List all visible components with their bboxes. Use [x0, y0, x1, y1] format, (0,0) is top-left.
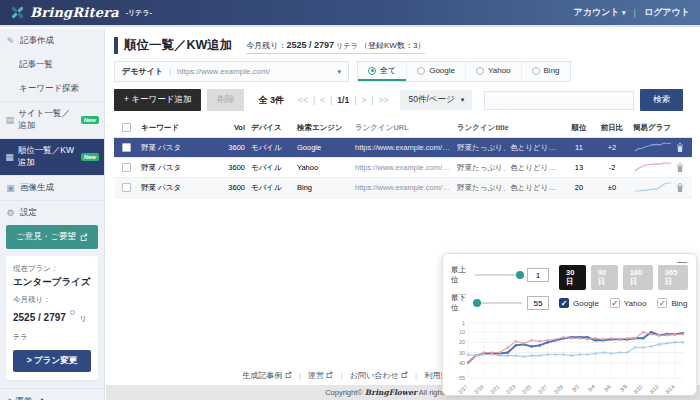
total-count: 全 3件: [258, 94, 284, 107]
trash-icon[interactable]: [676, 143, 684, 152]
row-checkbox[interactable]: [122, 143, 131, 152]
plan-remaining-value: 2525 / 2797: [13, 312, 66, 323]
top-rank-slider[interactable]: [475, 274, 522, 276]
radio-icon: [368, 67, 376, 75]
document-icon: ▤: [5, 115, 14, 125]
top-rank-input[interactable]: [527, 268, 549, 282]
plan-name: エンタープライズ: [13, 276, 91, 289]
svg-text:2/21: 2/21: [489, 383, 501, 395]
footer-link-management[interactable]: 運営: [308, 371, 333, 380]
brand-name: BringRitera: [30, 5, 119, 20]
delete-button[interactable]: 削除: [207, 89, 244, 111]
svg-text:2/25: 2/25: [521, 383, 533, 395]
svg-text:20: 20: [459, 339, 465, 345]
yahoo-checkbox[interactable]: ✓ Yahoo: [610, 298, 647, 308]
page-indicator: 1/1: [337, 95, 349, 105]
brand-suffix: -リテラ-: [126, 8, 152, 18]
pencil-icon: ✎: [5, 36, 16, 46]
sidebar-item-keyword-research[interactable]: キーワード探索: [0, 77, 104, 101]
table-row[interactable]: 野菜 パスタ 3600 モバイル Yahoo https://www.examp…: [114, 158, 692, 178]
row-checkbox[interactable]: [122, 183, 131, 192]
site-select[interactable]: デモサイト | https://www.example.com/ ▾: [114, 61, 349, 82]
row-checkbox[interactable]: [122, 163, 131, 172]
bottom-rank-label: 最下位: [451, 293, 470, 313]
footer-link-contact[interactable]: お問い合わせ: [350, 371, 408, 380]
range-buttons: 30日 90日 180日 365日: [559, 265, 688, 290]
sidebar: ✎ 記事作成 記事一覧 キーワード探索 ▤ サイト一覧／追加 New ▦ 順位一…: [0, 29, 105, 400]
bottom-rank-slider[interactable]: [475, 302, 522, 304]
checkbox-icon: ✓: [657, 298, 667, 308]
brand-logo: BringRitera -リテラ-: [10, 5, 152, 20]
copyright-brand: BringFlower: [365, 388, 417, 397]
radio-icon: [417, 67, 425, 75]
account-menu[interactable]: アカウント ▾: [574, 6, 626, 19]
first-page-button[interactable]: <<: [298, 95, 308, 105]
engine-filter-all[interactable]: 全て: [358, 62, 406, 81]
chevron-down-icon: ▾: [337, 68, 341, 76]
slider-handle[interactable]: [516, 271, 524, 279]
sidebar-item-rank-list[interactable]: ▦ 順位一覧／KW追加 New: [0, 138, 104, 175]
range-180d-button[interactable]: 180日: [623, 265, 653, 290]
engine-filter-group: 全て Google Yahoo Bing: [357, 61, 571, 82]
table-row[interactable]: 野菜 パスタ 3600 モバイル Bing https://www.exampl…: [114, 178, 692, 198]
search-input[interactable]: [484, 91, 634, 110]
minimize-button[interactable]: —: [677, 256, 687, 267]
flower-logo-icon: [10, 5, 25, 20]
sidebar-item-site-list[interactable]: ▤ サイト一覧／追加 New: [0, 101, 104, 138]
svg-text:55: 55: [459, 375, 465, 381]
range-30d-button[interactable]: 30日: [559, 265, 586, 290]
svg-text:3/8: 3/8: [618, 383, 628, 393]
svg-text:3/6: 3/6: [602, 383, 612, 393]
mini-trend-chart: [633, 146, 673, 155]
sidebar-item-article-create[interactable]: ✎ 記事作成: [0, 29, 104, 53]
engine-filter-google[interactable]: Google: [406, 62, 465, 81]
search-button[interactable]: 検索: [640, 89, 683, 111]
footer-link-sample-articles[interactable]: 生成記事例: [242, 371, 291, 380]
logout-button[interactable]: ログアウト: [644, 6, 690, 19]
range-90d-button[interactable]: 90日: [591, 265, 618, 290]
svg-text:3/10: 3/10: [632, 383, 644, 395]
trash-icon[interactable]: [676, 163, 684, 172]
plan-change-button[interactable]: > プラン変更: [13, 350, 91, 372]
last-page-button[interactable]: >>: [379, 95, 389, 105]
svg-text:3/14: 3/14: [664, 383, 676, 395]
engine-filter-yahoo[interactable]: Yahoo: [465, 62, 521, 81]
image-icon: ▣: [5, 183, 16, 193]
checkbox-icon: ✓: [610, 298, 620, 308]
app-header: BringRitera -リテラ- アカウント ▾ | ログアウト: [0, 0, 700, 27]
info-icon[interactable]: [70, 310, 75, 315]
svg-text:3/2: 3/2: [571, 383, 581, 393]
svg-text:2/29: 2/29: [553, 383, 565, 395]
checkbox-icon: ✓: [559, 298, 569, 308]
google-checkbox[interactable]: ✓ Google: [559, 298, 599, 308]
sidebar-item-article-list[interactable]: 記事一覧: [0, 53, 104, 77]
bottom-rank-input[interactable]: [527, 296, 549, 310]
svg-text:1: 1: [462, 320, 465, 326]
trash-icon[interactable]: [676, 183, 684, 192]
management-link[interactable]: > 運営: [0, 388, 104, 400]
engine-filter-bing[interactable]: Bing: [521, 62, 570, 81]
prev-page-button[interactable]: <: [320, 95, 325, 105]
rank-trend-panel: — 最上位 最下位 30日 90日 180日 365日 ✓: [442, 253, 697, 396]
next-page-button[interactable]: >: [361, 95, 366, 105]
new-badge: New: [81, 153, 99, 161]
svg-text:3/12: 3/12: [648, 383, 660, 395]
top-rank-label: 最上位: [451, 265, 470, 285]
plan-card: 現在プラン： エンタープライズ 今月残り： 2525 / 2797 リテラ > …: [6, 256, 98, 380]
sidebar-item-settings[interactable]: ⚙ 設定: [0, 200, 104, 225]
feedback-button[interactable]: ご意見・ご要望: [6, 225, 98, 249]
sidebar-item-image-generate[interactable]: ▣ 画像生成: [0, 175, 104, 200]
per-page-select[interactable]: 50件/ページ ▾: [400, 90, 472, 110]
rank-table-icon: ▦: [5, 152, 14, 162]
bing-checkbox[interactable]: ✓ Bing: [657, 298, 687, 308]
svg-text:2/17: 2/17: [457, 383, 469, 395]
select-all-checkbox[interactable]: [122, 123, 131, 132]
header-separator: |: [634, 8, 636, 18]
slider-handle[interactable]: [473, 299, 481, 307]
range-365d-button[interactable]: 365日: [658, 265, 688, 290]
add-keyword-button[interactable]: + キーワード追加: [114, 89, 201, 111]
svg-text:3/4: 3/4: [587, 383, 597, 393]
radio-icon: [476, 67, 484, 75]
mini-trend-chart: [633, 186, 673, 195]
table-row[interactable]: 野菜 パスタ 3600 モバイル Google https://www.exam…: [114, 138, 692, 158]
